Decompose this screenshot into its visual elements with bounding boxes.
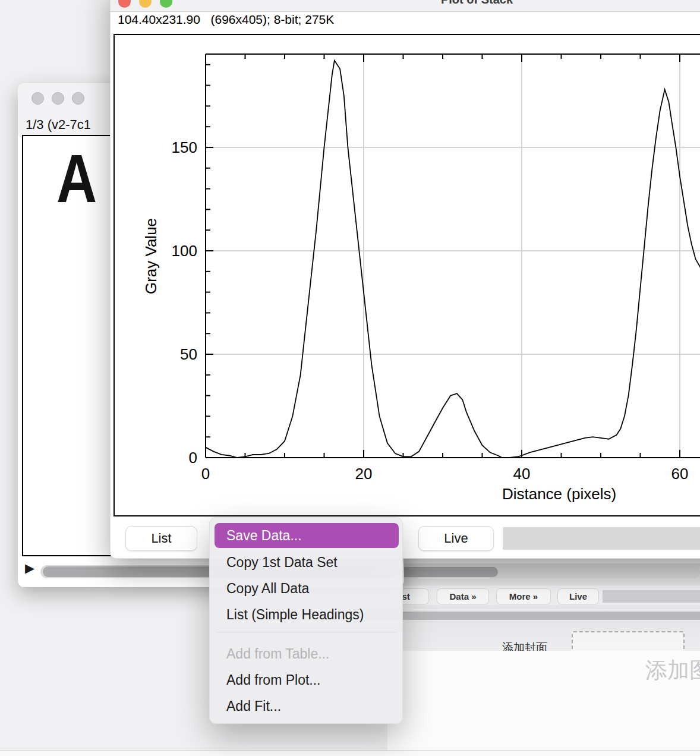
image-letter-a: A bbox=[56, 136, 97, 222]
menu-item-list-simple-headings[interactable]: List (Simple Headings) bbox=[210, 601, 402, 628]
add-cover-label[interactable]: 添加封面 bbox=[502, 640, 547, 651]
background-white-panel: 添加图 bbox=[387, 651, 700, 750]
menu-item-label: Add Fit... bbox=[226, 698, 281, 714]
svg-text:Distance (pixels): Distance (pixels) bbox=[502, 485, 616, 503]
zoom-button[interactable] bbox=[72, 92, 84, 105]
menu-item-add-fit[interactable]: Add Fit... bbox=[210, 693, 402, 719]
live-button-label: Live bbox=[444, 531, 468, 546]
background-data-button[interactable]: Data » bbox=[437, 588, 489, 604]
add-cover-dropzone[interactable] bbox=[572, 631, 685, 651]
svg-text:40: 40 bbox=[513, 465, 531, 483]
menu-item-label: List (Simple Headings) bbox=[226, 607, 364, 623]
menu-item-label: Copy All Data bbox=[226, 581, 309, 597]
background-live-button[interactable]: Live bbox=[557, 588, 599, 604]
bottom-strip bbox=[0, 751, 700, 756]
live-button[interactable]: Live bbox=[418, 526, 494, 551]
menu-separator bbox=[217, 632, 396, 632]
plot-disabled-slider bbox=[503, 527, 700, 550]
menu-item-copy-all-data[interactable]: Copy All Data bbox=[210, 575, 402, 601]
plot-window-title: Plot of Stack bbox=[111, 0, 700, 7]
svg-text:60: 60 bbox=[671, 465, 689, 483]
menu-item-add-from-plot[interactable]: Add from Plot... bbox=[210, 667, 402, 693]
data-context-menu: Save Data... Copy 1st Data Set Copy All … bbox=[209, 517, 403, 724]
background-data-label: Data » bbox=[449, 591, 476, 601]
screen: ist Data » More » Live 添加封面 添加图 1/3 (v2-… bbox=[0, 0, 700, 756]
minimize-button[interactable] bbox=[52, 92, 64, 105]
svg-text:Gray Value: Gray Value bbox=[142, 218, 160, 294]
add-figure-label[interactable]: 添加图 bbox=[645, 656, 700, 685]
profile-plot: 0204060050100150Distance (pixels)Gray Va… bbox=[115, 35, 700, 513]
background-more-label: More » bbox=[509, 591, 538, 601]
background-live-label: Live bbox=[569, 591, 587, 601]
svg-text:50: 50 bbox=[180, 345, 197, 363]
background-more-button[interactable]: More » bbox=[496, 588, 551, 604]
menu-item-add-from-table: Add from Table... bbox=[210, 641, 402, 667]
svg-text:100: 100 bbox=[172, 242, 197, 260]
svg-text:150: 150 bbox=[172, 138, 197, 156]
svg-text:20: 20 bbox=[355, 465, 373, 483]
image-window-title: 1/3 (v2-7c1 bbox=[26, 117, 91, 133]
svg-text:0: 0 bbox=[201, 465, 210, 483]
menu-item-label: Add from Table... bbox=[226, 646, 329, 662]
background-disabled-slider bbox=[603, 590, 700, 603]
list-button-label: List bbox=[151, 531, 171, 546]
menu-item-copy-1st-data-set[interactable]: Copy 1st Data Set bbox=[210, 549, 402, 575]
menu-item-save-data[interactable]: Save Data... bbox=[215, 523, 399, 548]
plot-info-line: 104.40x231.90 (696x405); 8-bit; 275K bbox=[118, 12, 334, 27]
menu-item-label: Save Data... bbox=[226, 528, 302, 544]
plot-canvas[interactable]: 0204060050100150Distance (pixels)Gray Va… bbox=[113, 34, 700, 516]
svg-text:0: 0 bbox=[189, 449, 197, 467]
list-button[interactable]: List bbox=[125, 526, 197, 551]
plot-window: Plot of Stack 104.40x231.90 (696x405); 8… bbox=[110, 0, 700, 559]
menu-item-label: Copy 1st Data Set bbox=[226, 555, 338, 571]
menu-item-label: Add from Plot... bbox=[226, 672, 321, 688]
play-icon[interactable]: ▶ bbox=[25, 561, 34, 575]
close-button[interactable] bbox=[31, 92, 44, 105]
